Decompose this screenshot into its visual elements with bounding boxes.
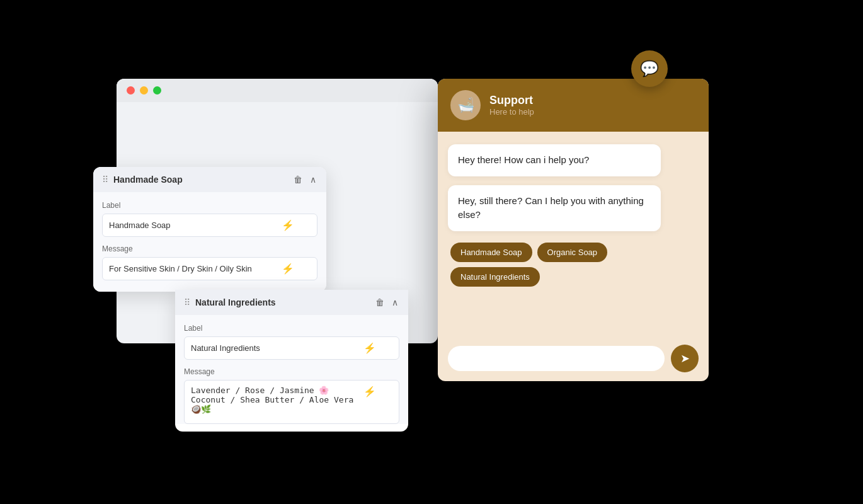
- browser-titlebar: [117, 79, 438, 102]
- send-icon: ➤: [680, 352, 690, 365]
- card-header-left: ⠿ Handmade Soap: [102, 175, 183, 185]
- message-field-input[interactable]: ⚡: [102, 257, 317, 280]
- chat-input[interactable]: [448, 346, 665, 371]
- float-chat-icon: 💬: [640, 60, 659, 77]
- quick-reply-handmade-soap[interactable]: Handmade Soap: [450, 243, 532, 262]
- avatar: 🛁: [450, 90, 481, 120]
- avatar-icon: 🛁: [457, 97, 474, 113]
- natural-message-textarea[interactable]: Lavender / Rose / Jasmine 🌸 Coconut / Sh…: [184, 380, 399, 424]
- chat-header-info: Support Here to help: [489, 94, 534, 117]
- natural-translate-icon-2: ⚡: [363, 386, 376, 398]
- natural-drag-handle-icon[interactable]: ⠿: [184, 297, 190, 307]
- chat-input-area: ➤: [438, 338, 709, 381]
- traffic-light-red[interactable]: [127, 86, 135, 94]
- natural-label-text-input[interactable]: [191, 343, 363, 353]
- traffic-light-green[interactable]: [153, 86, 161, 94]
- message-field-label: Message: [102, 244, 317, 253]
- natural-translate-icon: ⚡: [363, 342, 376, 354]
- delete-button[interactable]: 🗑: [292, 173, 304, 186]
- quick-reply-organic-soap[interactable]: Organic Soap: [537, 243, 608, 262]
- chat-support-status: Here to help: [489, 107, 534, 117]
- message-text-input[interactable]: [109, 264, 282, 273]
- quick-reply-natural-ingredients[interactable]: Natural Ingredients: [450, 267, 540, 287]
- label-field-label: Label: [102, 201, 317, 210]
- natural-delete-button[interactable]: 🗑: [374, 296, 386, 309]
- natural-message-field-label: Message: [184, 367, 399, 376]
- natural-message-text-input[interactable]: Lavender / Rose / Jasmine 🌸 Coconut / Sh…: [191, 386, 363, 417]
- natural-card-header-actions: 🗑 ∧: [374, 296, 399, 309]
- quick-replies: Handmade Soap Organic Soap Natural Ingre…: [448, 243, 699, 287]
- send-button[interactable]: ➤: [671, 345, 699, 372]
- chat-support-name: Support: [489, 94, 534, 107]
- label-field-input[interactable]: ⚡: [102, 214, 317, 237]
- card-header-actions: 🗑 ∧: [292, 173, 317, 186]
- natural-label-field-input[interactable]: ⚡: [184, 336, 399, 360]
- label-text-input[interactable]: [109, 220, 282, 230]
- handmade-soap-card: ⠿ Handmade Soap 🗑 ∧ Label ⚡ Message ⚡: [93, 167, 326, 292]
- natural-ingredients-card: ⠿ Natural Ingredients 🗑 ∧ Label ⚡ Messag…: [175, 290, 408, 432]
- natural-card-body: Label ⚡ Message Lavender / Rose / Jasmin…: [175, 315, 408, 424]
- translate-icon: ⚡: [282, 219, 294, 231]
- natural-card-header: ⠿ Natural Ingredients 🗑 ∧: [175, 290, 408, 315]
- chat-message-1: Hey there! How can i help you?: [448, 144, 661, 176]
- card-header: ⠿ Handmade Soap 🗑 ∧: [93, 167, 326, 192]
- natural-collapse-button[interactable]: ∧: [391, 296, 399, 309]
- collapse-button[interactable]: ∧: [309, 173, 317, 186]
- traffic-light-yellow[interactable]: [140, 86, 148, 94]
- chat-header: 🛁 Support Here to help: [438, 79, 709, 132]
- handmade-soap-card-body: Label ⚡ Message ⚡: [93, 192, 326, 292]
- natural-label-field-label: Label: [184, 324, 399, 333]
- chat-body: Hey there! How can i help you? Hey, stil…: [438, 132, 709, 338]
- natural-ingredients-card-title: Natural Ingredients: [195, 297, 276, 307]
- translate-icon-2: ⚡: [282, 263, 294, 275]
- chat-window: 🛁 Support Here to help Hey there! How ca…: [438, 79, 709, 381]
- chat-message-2: Hey, still there? Can I help you with an…: [448, 185, 661, 231]
- drag-handle-icon[interactable]: ⠿: [102, 175, 108, 185]
- handmade-soap-card-title: Handmade Soap: [113, 175, 183, 185]
- float-chat-button[interactable]: 💬: [631, 50, 668, 87]
- natural-card-header-left: ⠿ Natural Ingredients: [184, 297, 276, 307]
